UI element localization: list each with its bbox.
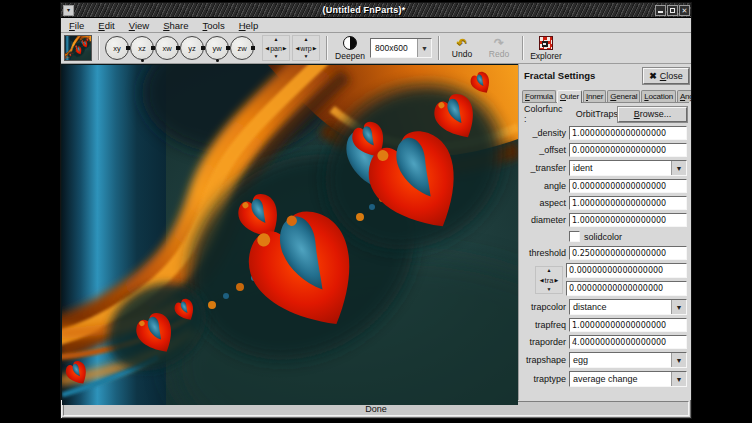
wrp-left-arrow-icon[interactable]: ◀ [296, 46, 300, 51]
menu-item-help[interactable]: Help [239, 20, 259, 31]
trapcolor-select[interactable]: distance▼ [569, 299, 687, 315]
colorfunc-row: Colorfunc : OrbitTraps Browse... [522, 104, 689, 124]
traptype-select[interactable]: average change▼ [569, 371, 687, 387]
field-label-density: _density [522, 128, 569, 138]
rotate-yz-button[interactable]: yz [180, 36, 204, 60]
angle-field[interactable]: 0.00000000000000000 [569, 179, 687, 193]
field-label-offset: _offset [522, 145, 569, 155]
menu-item-edit[interactable]: Edit [98, 20, 114, 31]
menu-item-tools[interactable]: Tools [203, 20, 225, 31]
redo-button[interactable]: ↷ Redo [482, 38, 516, 59]
field-label-traporder: traporder [522, 337, 569, 347]
redo-label: Redo [489, 49, 509, 59]
desktop: { "window": { "title": "(Untitled FnPart… [0, 0, 752, 423]
field-row-tra: ▲◀tra▶▼0.000000000000000000.000000000000… [522, 263, 689, 296]
pan-down-arrow-icon[interactable]: ▼ [274, 54, 279, 59]
offset-field[interactable]: 0.00000000000000000 [569, 143, 687, 157]
field-label-aspect: aspect [522, 198, 569, 208]
image-size-select[interactable]: 800x600 ▼ [370, 38, 432, 58]
close-panel-button[interactable]: ✖ Close [643, 68, 689, 84]
maximize-button[interactable] [667, 5, 678, 16]
dial-handle[interactable] [251, 46, 255, 50]
tra-left-arrow-icon[interactable]: ◀ [540, 278, 544, 283]
field-row-aspect: aspect1.00000000000000000 [522, 196, 689, 210]
window-menu-button[interactable]: ▾ [63, 5, 74, 16]
aspect-field[interactable]: 1.00000000000000000 [569, 196, 687, 210]
menu-item-view[interactable]: View [129, 20, 149, 31]
pan-warp-group: ▲◀pan▶▼▲◀wrp▶▼ [262, 35, 320, 61]
solidcolor-checkbox[interactable] [569, 231, 580, 242]
menu-item-file[interactable]: File [69, 20, 84, 31]
threshold-field[interactable]: 0.25000000000000000 [569, 246, 687, 260]
field-label-threshold: threshold [522, 248, 569, 258]
minimize-button[interactable] [655, 5, 666, 16]
menu-item-share[interactable]: Share [163, 20, 188, 31]
field-row-traporder: traporder4.00000000000000000 [522, 335, 689, 349]
rotate-yw-button[interactable]: yw [205, 36, 229, 60]
pan-spinner[interactable]: ▲◀pan▶▼ [262, 35, 290, 61]
wrp-spinner-middle: ◀wrp▶ [296, 45, 317, 52]
field-row-solidcolor: solidcolor [522, 230, 689, 243]
tab-formula[interactable]: Formula [522, 90, 556, 102]
tab-outer[interactable]: Outer [557, 90, 582, 103]
dial-dot [141, 59, 144, 62]
tra-up-arrow-icon[interactable]: ▲ [547, 268, 552, 273]
field-row-transfer: _transferident▼ [522, 160, 689, 176]
chevron-down-icon[interactable]: ▼ [671, 161, 686, 175]
trapshape-select-value: egg [570, 353, 671, 367]
tra-spinner-label: tra [545, 276, 554, 285]
transfer-select-value: ident [570, 161, 671, 175]
wrp-down-arrow-icon[interactable]: ▼ [304, 54, 309, 59]
chevron-down-icon[interactable]: ▼ [417, 39, 431, 57]
trapshape-select[interactable]: egg▼ [569, 352, 687, 368]
colorfunc-label: Colorfunc : [522, 104, 566, 124]
pan-right-arrow-icon[interactable]: ▶ [283, 46, 287, 51]
diameter-field[interactable]: 1.00000000000000000 [569, 213, 687, 227]
field-label-trapfreq: trapfreq [522, 320, 569, 330]
wrp-up-arrow-icon[interactable]: ▲ [304, 37, 309, 42]
deepen-button[interactable]: Deepen [333, 36, 367, 61]
chevron-down-icon[interactable]: ▼ [671, 353, 686, 367]
close-window-button[interactable]: ✕ [679, 5, 690, 16]
tra-right-arrow-icon[interactable]: ▶ [554, 278, 558, 283]
browse-button[interactable]: Browse... [618, 107, 687, 122]
tra-spinner-middle: ◀tra▶ [540, 276, 558, 285]
colorfunc-value: OrbitTraps [576, 109, 618, 119]
fractal-thumbnail[interactable] [64, 35, 92, 61]
explorer-button[interactable]: Explorer [529, 36, 563, 61]
traptype-select-value: average change [570, 372, 671, 386]
field-row-trapcolor: trapcolordistance▼ [522, 299, 689, 315]
undo-button[interactable]: ↶ Undo [445, 38, 479, 59]
rotate-zw-button[interactable]: zw [230, 36, 254, 60]
rotate-xy-button[interactable]: xy [105, 36, 129, 60]
tab-location[interactable]: Location [641, 90, 676, 102]
tab-angles[interactable]: Angles [677, 90, 691, 102]
chevron-down-icon[interactable]: ▼ [671, 300, 686, 314]
rotate-xw-button[interactable]: xw [155, 36, 179, 60]
fractal-canvas[interactable] [61, 64, 519, 400]
traporder-field[interactable]: 4.00000000000000000 [569, 335, 687, 349]
trapfreq-field[interactable]: 1.00000000000000000 [569, 318, 687, 332]
redo-icon: ↷ [494, 38, 504, 48]
pan-left-arrow-icon[interactable]: ◀ [265, 46, 269, 51]
pan-up-arrow-icon[interactable]: ▲ [274, 37, 279, 42]
density-field[interactable]: 1.00000000000000000 [569, 126, 687, 140]
maximize-icon [670, 8, 675, 13]
field-row-density: _density1.00000000000000000 [522, 126, 689, 140]
tra-value-field-1[interactable]: 0.00000000000000000 [566, 263, 687, 278]
tab-inner[interactable]: Inner [583, 90, 606, 102]
title-bar: ▾ (Untitled FnParts)* ✕ [61, 3, 691, 18]
wrp-right-arrow-icon[interactable]: ▶ [313, 46, 317, 51]
toolbar-separator [522, 36, 523, 60]
rotate-xz-button[interactable]: xz [130, 36, 154, 60]
transfer-select[interactable]: ident▼ [569, 160, 687, 176]
close-window-icon: ✕ [682, 7, 688, 14]
tra-down-arrow-icon[interactable]: ▼ [547, 287, 552, 292]
toolbar-separator [326, 36, 327, 60]
tab-general[interactable]: General [607, 90, 640, 102]
panel-title: Fractal Settings [522, 70, 595, 81]
tra-value-field-2[interactable]: 0.00000000000000000 [566, 281, 687, 296]
chevron-down-icon[interactable]: ▼ [671, 372, 686, 386]
tra-spinner[interactable]: ▲◀tra▶▼ [535, 266, 563, 294]
wrp-spinner[interactable]: ▲◀wrp▶▼ [292, 35, 320, 61]
